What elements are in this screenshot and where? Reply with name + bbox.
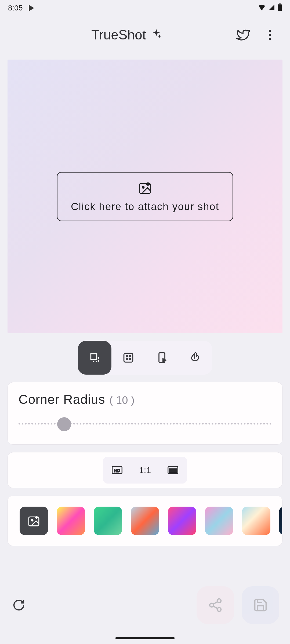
aspect-hd[interactable]: HD bbox=[103, 457, 131, 484]
status-bar: 8:05 bbox=[0, 0, 290, 16]
bottom-bar bbox=[0, 585, 290, 625]
svg-point-20 bbox=[210, 603, 213, 607]
sparkle-icon bbox=[151, 28, 162, 42]
aspect-1-1-label: 1:1 bbox=[139, 465, 151, 475]
twitter-button[interactable] bbox=[234, 25, 252, 44]
nav-bar[interactable] bbox=[115, 637, 175, 639]
attach-label: Click here to attach your shot bbox=[71, 201, 219, 213]
slider-track bbox=[19, 423, 271, 426]
aspect-1-1[interactable]: 1:1 bbox=[131, 457, 159, 484]
svg-rect-5 bbox=[140, 184, 151, 193]
share-button[interactable] bbox=[197, 586, 234, 624]
touch-tool-tab[interactable] bbox=[179, 341, 212, 375]
canvas-area: Click here to attach your shot bbox=[8, 60, 282, 333]
aspect-ratio-panel: HD 1:1 bbox=[8, 452, 282, 488]
frame-tool-tab[interactable] bbox=[78, 341, 111, 375]
tool-tabs bbox=[78, 341, 212, 375]
signal-icon bbox=[269, 4, 275, 12]
svg-point-18 bbox=[31, 519, 33, 521]
aspect-wide[interactable] bbox=[159, 457, 187, 484]
corner-radius-label: Corner Radius bbox=[19, 392, 105, 407]
refresh-button[interactable] bbox=[11, 597, 27, 613]
svg-rect-7 bbox=[124, 353, 133, 362]
add-image-icon bbox=[138, 181, 152, 196]
add-background-button[interactable] bbox=[20, 507, 48, 535]
svg-rect-1 bbox=[278, 4, 282, 11]
save-button[interactable] bbox=[242, 586, 279, 624]
status-time: 8:05 bbox=[8, 4, 23, 12]
slider-thumb[interactable] bbox=[57, 417, 71, 431]
svg-rect-17 bbox=[29, 517, 39, 526]
svg-point-2 bbox=[269, 30, 271, 32]
grid-tool-tab[interactable] bbox=[111, 341, 145, 375]
background-panel bbox=[8, 496, 282, 546]
svg-point-6 bbox=[142, 186, 144, 188]
svg-text:HD: HD bbox=[114, 468, 120, 473]
svg-point-19 bbox=[217, 599, 221, 603]
device-tool-tab[interactable] bbox=[145, 341, 179, 375]
svg-rect-16 bbox=[169, 469, 177, 472]
bg-swatch-5[interactable] bbox=[205, 507, 233, 535]
bg-swatch-1[interactable] bbox=[57, 507, 85, 535]
play-store-icon bbox=[29, 5, 34, 11]
svg-point-3 bbox=[269, 34, 271, 36]
svg-point-10 bbox=[126, 358, 128, 360]
svg-point-11 bbox=[129, 358, 130, 360]
corner-radius-panel: Corner Radius ( 10 ) bbox=[8, 382, 282, 445]
bg-swatch-2[interactable] bbox=[94, 507, 122, 535]
attach-shot-button[interactable]: Click here to attach your shot bbox=[57, 172, 233, 221]
corner-radius-slider[interactable] bbox=[19, 418, 271, 431]
svg-point-8 bbox=[126, 356, 128, 357]
battery-icon bbox=[278, 3, 282, 13]
svg-point-4 bbox=[269, 38, 271, 40]
svg-point-21 bbox=[217, 608, 221, 611]
svg-rect-0 bbox=[279, 3, 281, 4]
bg-swatch-4[interactable] bbox=[168, 507, 196, 535]
svg-point-9 bbox=[129, 356, 130, 357]
bg-swatch-3[interactable] bbox=[131, 507, 159, 535]
app-title: TrueShot bbox=[91, 27, 146, 43]
bg-swatch-6[interactable] bbox=[242, 507, 270, 535]
app-header: TrueShot bbox=[0, 16, 290, 54]
wifi-icon bbox=[258, 4, 266, 12]
corner-radius-value: ( 10 ) bbox=[109, 394, 134, 406]
more-button[interactable] bbox=[260, 25, 279, 44]
bg-swatch-7[interactable] bbox=[279, 507, 282, 535]
